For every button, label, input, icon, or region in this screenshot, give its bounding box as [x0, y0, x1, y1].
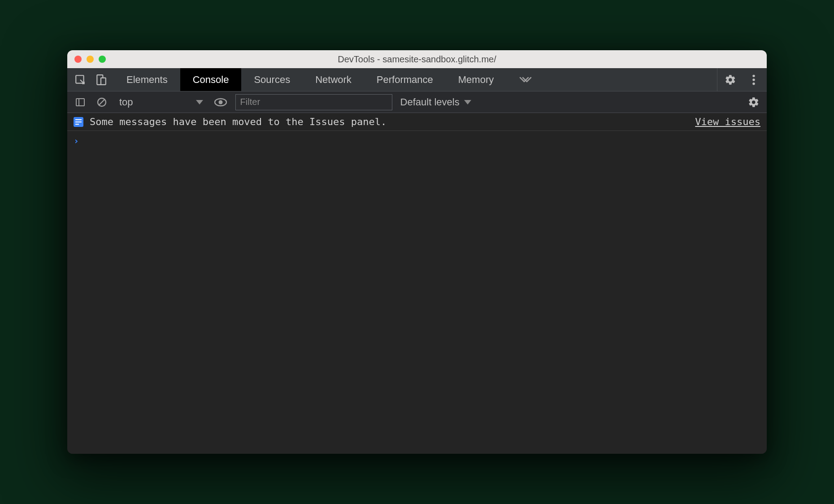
- log-levels-selector[interactable]: Default levels: [400, 96, 471, 108]
- issues-message: Some messages have been moved to the Iss…: [90, 116, 387, 127]
- svg-point-3: [752, 74, 755, 77]
- svg-point-4: [752, 78, 755, 81]
- clear-console-icon[interactable]: [95, 96, 109, 109]
- toggle-console-sidebar-icon[interactable]: [74, 96, 87, 109]
- inspect-element-icon[interactable]: [74, 73, 87, 87]
- log-levels-label: Default levels: [400, 96, 460, 108]
- console-settings-icon[interactable]: [747, 96, 760, 109]
- minimize-window-button[interactable]: [87, 56, 94, 63]
- issues-notification-bar: Some messages have been moved to the Iss…: [67, 113, 767, 131]
- devtools-tab-strip: Elements Console Sources Network Perform…: [67, 68, 767, 91]
- console-toolbar: top Default levels: [67, 91, 767, 113]
- chevron-down-icon: [464, 100, 471, 104]
- svg-point-5: [752, 82, 755, 84]
- view-issues-link[interactable]: View issues: [695, 116, 760, 127]
- tab-elements[interactable]: Elements: [114, 68, 180, 91]
- issues-icon: [74, 117, 83, 127]
- live-expression-icon[interactable]: [214, 96, 227, 109]
- tab-memory[interactable]: Memory: [446, 68, 506, 91]
- tab-network[interactable]: Network: [303, 68, 364, 91]
- console-filter-input[interactable]: [235, 94, 392, 110]
- devtools-tabs: Elements Console Sources Network Perform…: [114, 68, 546, 91]
- settings-icon[interactable]: [724, 73, 737, 87]
- console-prompt: ›: [74, 135, 79, 146]
- window-title: DevTools - samesite-sandbox.glitch.me/: [67, 54, 767, 65]
- execution-context-label: top: [119, 96, 133, 108]
- execution-context-selector[interactable]: top: [117, 96, 206, 108]
- tab-sources[interactable]: Sources: [241, 68, 303, 91]
- console-output-area[interactable]: ›: [67, 131, 767, 454]
- tab-strip-left-icons: [67, 68, 114, 91]
- more-tabs-button[interactable]: [506, 68, 546, 91]
- more-options-icon[interactable]: [747, 73, 760, 87]
- devtools-window: DevTools - samesite-sandbox.glitch.me/ E…: [67, 50, 767, 454]
- chevron-down-icon: [196, 100, 203, 104]
- svg-rect-2: [101, 78, 106, 84]
- svg-rect-6: [76, 99, 84, 106]
- maximize-window-button[interactable]: [99, 56, 106, 63]
- device-toolbar-icon[interactable]: [94, 73, 108, 87]
- tab-performance[interactable]: Performance: [364, 68, 446, 91]
- svg-point-11: [218, 100, 222, 104]
- tab-console[interactable]: Console: [180, 68, 242, 91]
- close-window-button[interactable]: [74, 56, 82, 63]
- svg-line-9: [99, 100, 104, 105]
- window-titlebar: DevTools - samesite-sandbox.glitch.me/: [67, 50, 767, 68]
- traffic-lights: [67, 56, 106, 63]
